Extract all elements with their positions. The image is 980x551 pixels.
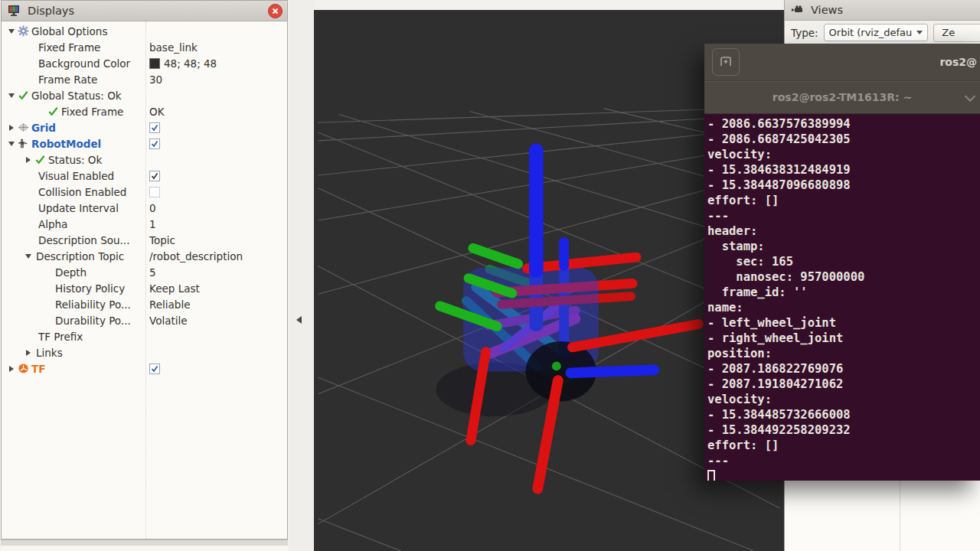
views-panel-title: Views: [811, 4, 843, 16]
type-label: Type:: [791, 27, 818, 39]
row-label: Fixed Frame: [38, 41, 100, 54]
tree-row-background-color[interactable]: Background Color 48; 48; 48: [2, 55, 287, 71]
tree-row-tf[interactable]: TF: [2, 360, 287, 377]
terminal-line: ---: [707, 208, 980, 223]
row-value[interactable]: 0: [149, 200, 156, 216]
row-label: Fixed Frame: [61, 106, 123, 118]
terminal-output[interactable]: - 2086.6637576389994 - 2086.668742504230…: [704, 114, 980, 481]
tree-row-fixed-frame-status[interactable]: Fixed Frame OK: [2, 103, 287, 119]
terminal-line: - 15.384485732666008: [707, 407, 980, 422]
terminal-line: name:: [707, 300, 980, 315]
terminal-window-title: ros2@: [939, 56, 977, 68]
tree-row-history-policy[interactable]: History Policy Keep Last: [2, 280, 287, 296]
row-value[interactable]: 5: [149, 264, 156, 280]
row-value[interactable]: Volatile: [149, 312, 188, 328]
expander-closed-icon[interactable]: [23, 347, 33, 357]
row-value[interactable]: 30: [149, 71, 162, 87]
expander-closed-icon[interactable]: [6, 364, 16, 373]
terminal-window: ros2@ ros2@ros2-TM1613R: ~ - 2086.663757…: [704, 44, 980, 481]
grid-icon: [18, 122, 29, 133]
tree-row-durability-policy[interactable]: Durability Po... Volatile: [2, 312, 287, 328]
zero-button-label: Ze: [942, 27, 955, 38]
terminal-tab[interactable]: ros2@ros2-TM1613R: ~: [773, 91, 912, 103]
panel-collapse-arrow-icon[interactable]: [296, 316, 302, 324]
terminal-line: nanosec: 957000000: [707, 269, 980, 285]
views-panel-header[interactable]: Views: [785, 0, 980, 21]
terminal-line: - 2086.6687425042305: [707, 132, 980, 147]
tree-row-alpha[interactable]: Alpha 1: [2, 216, 287, 232]
tree-row-frame-rate[interactable]: Frame Rate 30: [2, 71, 287, 87]
tree-row-global-options[interactable]: Global Options: [2, 23, 287, 39]
tree-row-depth[interactable]: Depth 5: [2, 264, 287, 280]
expander-closed-icon[interactable]: [6, 122, 16, 132]
row-label: Depth: [55, 266, 87, 279]
terminal-tab-bar: ros2@ros2-TM1613R: ~: [704, 81, 980, 114]
terminal-line: - 15.384492258209232: [707, 422, 980, 438]
close-icon[interactable]: [268, 4, 283, 18]
expander-open-icon[interactable]: [6, 26, 16, 36]
terminal-line: velocity:: [707, 392, 980, 407]
terminal-line: - 2087.186822769076: [707, 361, 980, 377]
terminal-line: effort: []: [707, 193, 980, 208]
terminal-line: sec: 165: [707, 254, 980, 269]
terminal-line: velocity:: [707, 147, 980, 162]
zero-button[interactable]: Ze: [933, 24, 980, 42]
tree-row-tf-prefix[interactable]: TF Prefix: [2, 328, 287, 344]
row-value[interactable]: /robot_description: [149, 248, 243, 264]
collision-enabled-checkbox[interactable]: [149, 187, 160, 197]
view-type-value: Orbit (rviz_defau: [829, 27, 913, 38]
robotmodel-checkbox[interactable]: [149, 139, 160, 149]
expander-closed-icon[interactable]: [23, 155, 33, 165]
new-tab-button[interactable]: [712, 48, 740, 76]
view-type-dropdown[interactable]: Orbit (rviz_defau: [824, 24, 929, 41]
views-type-row: Type: Orbit (rviz_defau Ze: [785, 21, 980, 45]
row-value[interactable]: Reliable: [149, 296, 190, 312]
check-ok-icon: [34, 154, 46, 165]
terminal-line: - 2087.191804271062: [707, 377, 980, 392]
tab-menu-chevron-icon[interactable]: [965, 91, 975, 102]
terminal-cursor: [707, 470, 715, 481]
tree-row-robotmodel[interactable]: RobotModel: [2, 135, 287, 152]
row-label: RobotModel: [31, 138, 101, 150]
views-icon: [791, 4, 803, 16]
new-tab-icon: [719, 55, 733, 69]
row-value[interactable]: Topic: [149, 232, 175, 248]
gear-icon: [18, 25, 29, 37]
row-label: Background Color: [38, 57, 130, 70]
terminal-line: header:: [707, 223, 980, 239]
row-label: Description Topic: [36, 250, 124, 262]
tree-row-grid[interactable]: Grid: [2, 119, 287, 135]
tree-row-fixed-frame[interactable]: Fixed Frame base_link: [2, 39, 287, 55]
row-label: Links: [36, 347, 63, 359]
tree-row-collision-enabled[interactable]: Collision Enabled: [2, 184, 287, 200]
row-label: Alpha: [38, 218, 67, 230]
grid-checkbox[interactable]: [149, 122, 160, 133]
row-value[interactable]: Keep Last: [149, 280, 200, 296]
tree-row-links[interactable]: Links: [2, 344, 287, 360]
row-value[interactable]: 1: [149, 216, 156, 232]
row-label: Global Status: Ok: [31, 90, 122, 102]
row-value[interactable]: base_link: [149, 39, 198, 55]
expander-open-icon[interactable]: [6, 90, 16, 100]
tree-row-visual-enabled[interactable]: Visual Enabled: [2, 168, 287, 184]
tree-row-update-interval[interactable]: Update Interval 0: [2, 200, 287, 216]
terminal-line: effort: []: [707, 438, 980, 453]
row-label: History Policy: [55, 282, 125, 295]
terminal-headerbar[interactable]: ros2@: [704, 44, 980, 81]
expander-open-icon[interactable]: [23, 251, 33, 261]
tree-row-global-status[interactable]: Global Status: Ok: [2, 87, 287, 103]
displays-panel-header[interactable]: Displays: [2, 1, 287, 21]
row-label: Global Options: [31, 25, 107, 37]
tree-row-description-topic[interactable]: Description Topic /robot_description: [2, 248, 287, 264]
row-label: TF: [31, 363, 45, 375]
tree-row-reliability-policy[interactable]: Reliability Po... Reliable: [2, 296, 287, 312]
expander-open-icon[interactable]: [6, 139, 16, 148]
tf-checkbox[interactable]: [149, 364, 160, 374]
terminal-line: frame_id: '': [707, 285, 980, 300]
row-label: Description Sou...: [38, 234, 129, 246]
tree-row-description-source[interactable]: Description Sou... Topic: [2, 232, 287, 248]
chevron-down-icon: [916, 31, 923, 34]
dock-splitter[interactable]: [289, 0, 314, 551]
visual-enabled-checkbox[interactable]: [149, 171, 160, 181]
tree-row-status-ok[interactable]: Status: Ok: [2, 152, 287, 168]
